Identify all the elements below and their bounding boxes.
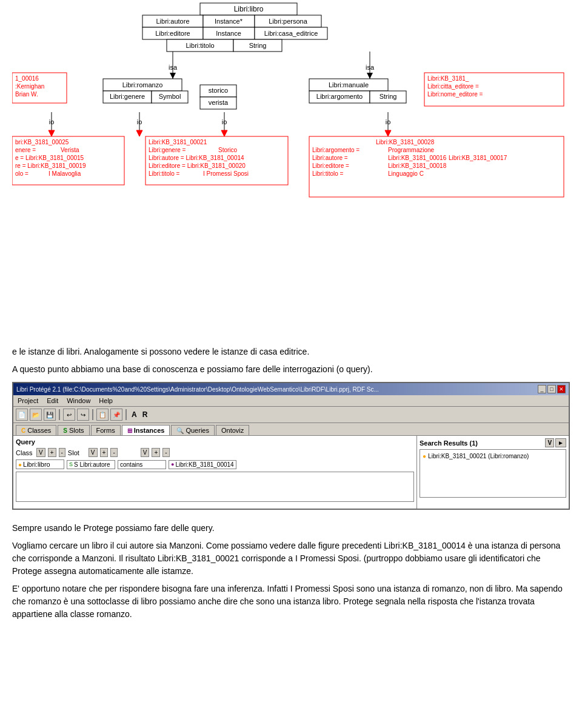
tab-forms[interactable]: Forms	[91, 425, 121, 435]
tabs-bar: C Classes S Slots Forms ⊞ Instances 🔍 Qu…	[13, 423, 569, 436]
paragraph-3: Sempre usando le Protege possiamo fare d…	[12, 522, 570, 535]
class-minus-btn[interactable]: -	[59, 448, 65, 457]
svg-text:Brian W.: Brian W.	[15, 91, 38, 98]
query-scroll-area[interactable]	[16, 472, 414, 502]
diagram-area: Libri:libro Libri:autore Instance* Libri…	[12, 0, 570, 339]
toolbar-r: R	[141, 410, 150, 419]
toolbar-open[interactable]: 📂	[30, 409, 42, 421]
menubar: Project Edit Window Help	[13, 395, 569, 407]
slot-plus-btn[interactable]: +	[100, 448, 109, 457]
toolbar-a: A	[130, 410, 139, 419]
svg-marker-20	[170, 73, 176, 79]
operator-value[interactable]: contains	[118, 460, 166, 469]
svg-text:Libri:autore =: Libri:autore =	[312, 155, 348, 161]
class-row: Class V + - Slot V + - V + -	[16, 448, 414, 457]
svg-text:Libri:romanzo: Libri:romanzo	[122, 81, 163, 88]
svg-text:Libri:KB_3181_00021: Libri:KB_3181_00021	[149, 139, 207, 145]
toolbar-save[interactable]: 💾	[44, 409, 56, 421]
svg-text:Instance: Instance	[216, 30, 241, 37]
window-title: Libri Protégé 2.1 (file:C:\Documents%20a…	[16, 386, 379, 393]
titlebar-buttons: _ □ ✕	[538, 385, 566, 393]
svg-text:Libri:genere =: Libri:genere =	[149, 147, 186, 153]
svg-text:Libri:nome_editore =: Libri:nome_editore =	[427, 91, 483, 98]
search-result-item-1[interactable]: ● Libri:KB_3181_00021 (Libri:romanzo)	[422, 452, 564, 460]
svg-text:Libri:titolo =: Libri:titolo =	[312, 170, 344, 177]
svg-text:I Malavoglia: I Malavoglia	[48, 170, 81, 177]
svg-text:1_00016: 1_00016	[15, 75, 39, 82]
tab-ontoviz[interactable]: Ontoviz	[216, 425, 249, 435]
menu-help[interactable]: Help	[97, 396, 115, 405]
minimize-button[interactable]: _	[538, 385, 546, 393]
slot-field-label: Slot	[68, 449, 86, 456]
toolbar-redo[interactable]: ↪	[77, 409, 89, 421]
values-row: ● Libri:libro S S Libri:autore contains …	[16, 459, 414, 469]
svg-marker-55	[136, 130, 142, 136]
result-minus-btn[interactable]: -	[162, 448, 169, 457]
menu-edit[interactable]: Edit	[45, 396, 60, 405]
tab-slots[interactable]: S Slots	[58, 425, 89, 435]
slot-value[interactable]: S S Libri:autore	[67, 460, 115, 469]
toolbar-sep2	[92, 409, 93, 420]
paragraph-5: E' opportuno notare che per rispondere b…	[12, 583, 570, 621]
paragraph-4: Vogliamo cercare un libro il cui autore …	[12, 539, 570, 578]
maximize-button[interactable]: □	[547, 385, 556, 393]
protege-window: Libri Protégé 2.1 (file:C:\Documents%20a…	[12, 382, 570, 510]
class-field-label: Class	[16, 449, 34, 456]
tab-classes[interactable]: C Classes	[16, 425, 56, 435]
slot-minus-btn[interactable]: -	[110, 448, 117, 457]
result-value[interactable]: ● Libri:KB_3181_00014	[169, 460, 236, 469]
paragraph-1: e le istanze di libri. Analogamente si p…	[12, 346, 570, 358]
svg-text:Libri:editore: Libri:editore	[155, 30, 190, 37]
search-results-list: ● Libri:KB_3181_00021 (Libri:romanzo)	[420, 449, 566, 498]
class-v-btn[interactable]: V	[36, 448, 45, 457]
close-button[interactable]: ✕	[557, 385, 566, 393]
search-v-btn[interactable]: V	[545, 438, 554, 447]
svg-text:Instance*: Instance*	[215, 18, 243, 25]
titlebar: Libri Protégé 2.1 (file:C:\Documents%20a…	[13, 383, 569, 395]
toolbar-sep1	[59, 409, 60, 420]
svg-text:re = Libri:KB_3181_00019: re = Libri:KB_3181_00019	[15, 162, 86, 169]
svg-text:Libri:titolo =: Libri:titolo =	[149, 170, 180, 177]
tab-queries[interactable]: 🔍 Queries	[171, 425, 215, 435]
class-value[interactable]: ● Libri:libro	[16, 459, 64, 469]
svg-text:Libri:citta_editore =: Libri:citta_editore =	[427, 83, 479, 90]
svg-text:Symbol: Symbol	[159, 93, 181, 100]
svg-text:Libri:autore =  Libri:KB_3181_: Libri:autore = Libri:KB_3181_00014	[149, 155, 244, 161]
svg-text:enere =: enere =	[15, 147, 36, 153]
search-nav-buttons: V ►	[545, 438, 566, 447]
svg-text:Libri:autore: Libri:autore	[156, 18, 189, 25]
svg-text:Libri:argomento =: Libri:argomento =	[312, 147, 360, 153]
svg-text:Libri:genere: Libri:genere	[110, 93, 145, 100]
svg-text:olo =: olo =	[15, 170, 28, 177]
toolbar-new[interactable]: 📄	[16, 409, 28, 421]
toolbar-copy[interactable]: 📋	[96, 409, 109, 421]
toolbar-sep3	[125, 409, 127, 420]
class-plus-btn[interactable]: +	[48, 448, 56, 457]
svg-marker-23	[367, 73, 373, 79]
svg-text:Libri:casa_editrice: Libri:casa_editrice	[264, 30, 318, 37]
query-panel: Query Class V + - Slot V + - V + -	[13, 436, 417, 509]
toolbar-undo[interactable]: ↩	[63, 409, 75, 421]
svg-text:Libri:argomento: Libri:argomento	[316, 93, 363, 100]
svg-text:Programmazione: Programmazione	[388, 147, 435, 153]
svg-text:verista: verista	[209, 99, 229, 106]
svg-text:Libri:editore =: Libri:editore =	[312, 162, 349, 169]
search-results-header: Search Results (1) V ►	[420, 438, 566, 447]
slot-v-btn[interactable]: V	[89, 448, 98, 457]
toolbar-paste[interactable]: 📌	[110, 409, 122, 421]
svg-text:Storico: Storico	[218, 147, 238, 153]
result-plus-btn[interactable]: +	[152, 448, 160, 457]
svg-text:String: String	[249, 42, 267, 49]
svg-text::Kernighan: :Kernighan	[15, 83, 44, 90]
query-label: Query	[16, 438, 414, 446]
search-arrow-btn[interactable]: ►	[555, 438, 566, 447]
svg-text:Libri:KB_3181_00017: Libri:KB_3181_00017	[449, 155, 507, 161]
tab-instances[interactable]: ⊞ Instances	[122, 425, 170, 435]
svg-text:Libri:libro: Libri:libro	[234, 5, 264, 13]
menu-project[interactable]: Project	[16, 396, 40, 405]
result-v-btn[interactable]: V	[141, 448, 150, 457]
svg-marker-59	[385, 130, 391, 136]
svg-text:e = Libri:KB_3181_00015: e = Libri:KB_3181_00015	[15, 155, 84, 161]
menu-window[interactable]: Window	[65, 396, 92, 405]
svg-text:Libri:KB_3181_00016: Libri:KB_3181_00016	[388, 155, 447, 161]
